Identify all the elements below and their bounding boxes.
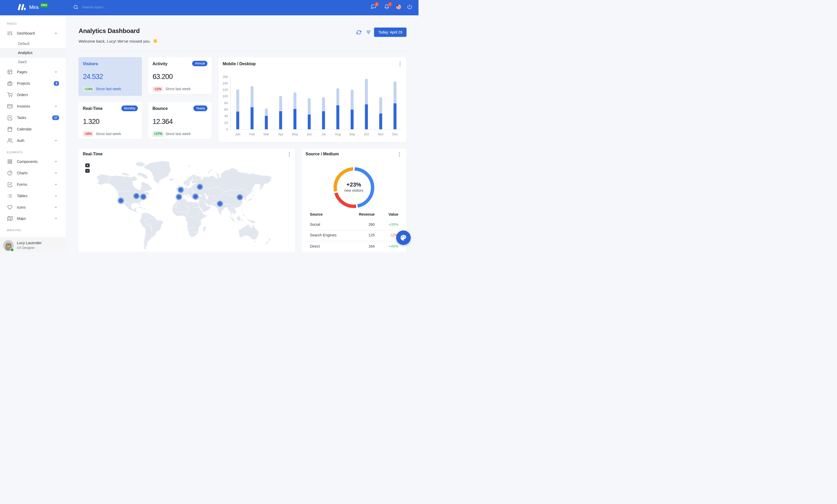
svg-text:0: 0	[226, 128, 228, 131]
svg-text:160: 160	[222, 75, 228, 79]
svg-text:120: 120	[222, 88, 228, 92]
svg-text:Sep: Sep	[349, 132, 355, 136]
svg-text:Nov: Nov	[378, 132, 384, 136]
svg-text:Feb: Feb	[249, 132, 255, 136]
svg-text:Jun: Jun	[307, 132, 312, 136]
svg-text:Jan: Jan	[235, 132, 241, 136]
svg-text:40: 40	[224, 115, 228, 118]
svg-text:20: 20	[224, 121, 228, 125]
svg-text:100: 100	[222, 95, 228, 98]
svg-text:60: 60	[224, 108, 228, 111]
svg-text:Dec: Dec	[392, 132, 398, 136]
svg-text:Aug: Aug	[335, 132, 341, 136]
svg-text:80: 80	[224, 101, 228, 105]
svg-text:May: May	[292, 132, 298, 136]
svg-text:Apr: Apr	[278, 132, 283, 136]
svg-text:140: 140	[222, 81, 228, 85]
svg-text:Jul: Jul	[322, 132, 326, 136]
svg-text:Mar: Mar	[264, 132, 269, 136]
svg-text:Oct: Oct	[364, 132, 369, 136]
